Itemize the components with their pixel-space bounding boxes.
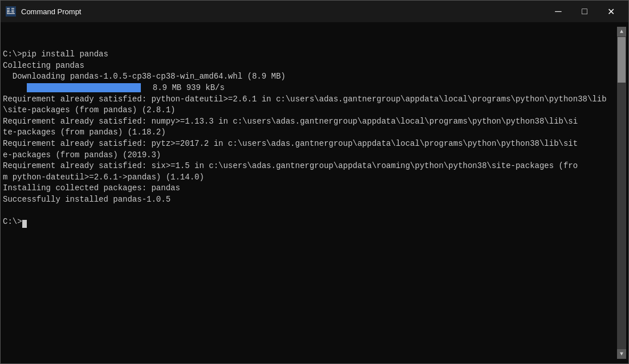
- window-title: Command Prompt: [21, 7, 545, 16]
- terminal-body[interactable]: C:\>pip install pandas Collecting pandas…: [1, 22, 628, 363]
- terminal-line-progressbar: 8.9 MB 939 kB/s: [3, 83, 225, 92]
- terminal-content: C:\>pip install pandas Collecting pandas…: [3, 27, 617, 359]
- command-prompt-window: C:\ Command Prompt ─ □ ✕ C:\>pip install…: [0, 0, 629, 364]
- terminal-line-req4: Requirement already satisfied: six>=1.5 …: [3, 161, 578, 182]
- terminal-line-command: C:\>pip install pandas: [3, 50, 108, 59]
- svg-rect-5: [11, 8, 14, 9]
- close-button[interactable]: ✕: [598, 1, 624, 22]
- titlebar: C:\ Command Prompt ─ □ ✕: [1, 1, 628, 22]
- terminal-line-req3: Requirement already satisfied: pytz>=201…: [3, 139, 578, 159]
- cursor-blink: [22, 220, 27, 228]
- minimize-button[interactable]: ─: [545, 1, 571, 22]
- scrollbar-up-button[interactable]: ▲: [617, 27, 626, 36]
- svg-text:C:\: C:\: [7, 10, 14, 15]
- cmd-icon: C:\: [5, 6, 17, 17]
- vertical-scrollbar[interactable]: ▲ ▼: [617, 27, 626, 359]
- download-progress-bar: [27, 83, 141, 92]
- svg-rect-1: [7, 8, 10, 9]
- terminal-line-downloading: Downloading pandas-1.0.5-cp38-cp38-win_a…: [3, 72, 286, 81]
- window-controls: ─ □ ✕: [545, 1, 624, 22]
- scrollbar-thumb[interactable]: [618, 37, 626, 83]
- terminal-line-req1: Requirement already satisfied: python-da…: [3, 95, 607, 115]
- terminal-line-collecting: Collecting pandas: [3, 61, 84, 70]
- terminal-line-prompt: C:\>: [3, 217, 27, 226]
- terminal-line-installing: Installing collected packages: pandas: [3, 183, 180, 193]
- terminal-line-req2: Requirement already satisfied: numpy>=1.…: [3, 117, 578, 137]
- terminal-line-success: Successfully installed pandas-1.0.5: [3, 195, 171, 204]
- scrollbar-down-button[interactable]: ▼: [617, 349, 626, 359]
- maximize-button[interactable]: □: [571, 1, 598, 22]
- progress-fill: [27, 83, 141, 92]
